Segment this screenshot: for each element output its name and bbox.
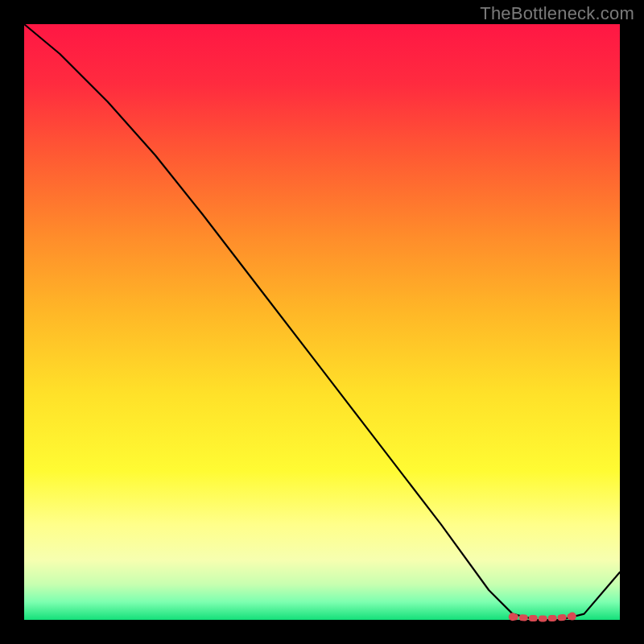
plot-background bbox=[24, 24, 620, 620]
bottleneck-chart bbox=[0, 0, 644, 644]
target-range-line bbox=[513, 617, 572, 619]
target-range-endpoint bbox=[509, 613, 517, 621]
target-range-endpoint bbox=[568, 613, 576, 621]
watermark-label: TheBottleneck.com bbox=[480, 3, 634, 24]
chart-frame: TheBottleneck.com bbox=[0, 0, 644, 644]
